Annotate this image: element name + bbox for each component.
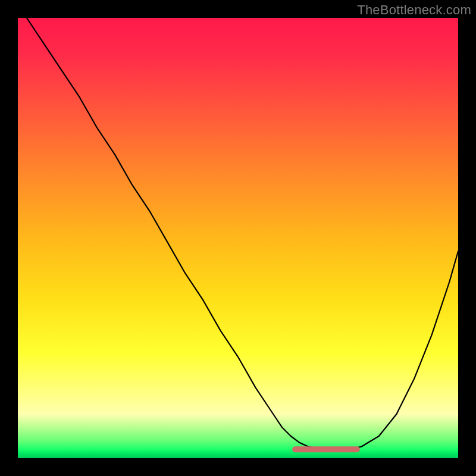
chart-container: TheBottleneck.com bbox=[0, 0, 476, 476]
curve-path bbox=[27, 18, 458, 449]
watermark-text: TheBottleneck.com bbox=[357, 2, 471, 18]
curve-svg bbox=[18, 18, 458, 458]
plot-area bbox=[18, 18, 458, 458]
